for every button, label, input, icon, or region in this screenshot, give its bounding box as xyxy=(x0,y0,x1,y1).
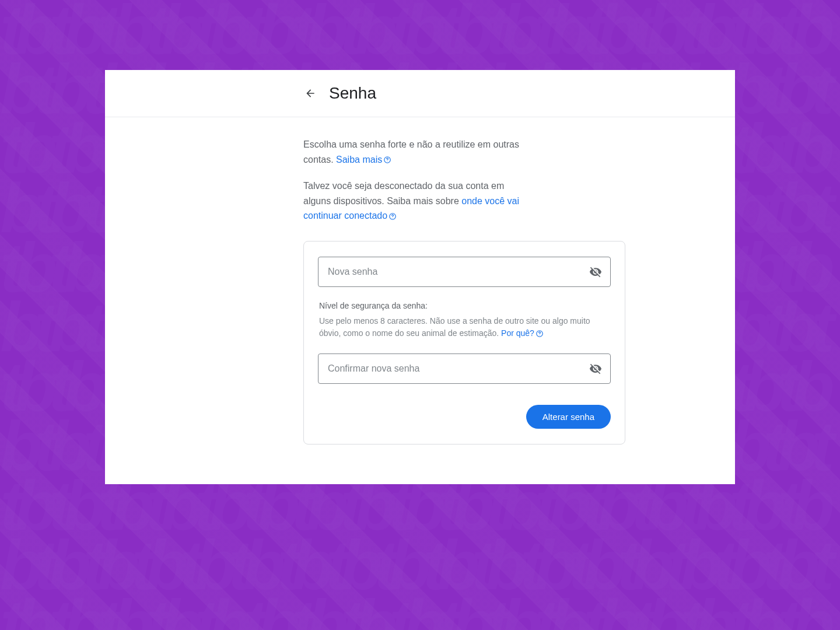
help-icon xyxy=(383,156,391,164)
arrow-left-icon xyxy=(304,88,316,99)
svg-point-1 xyxy=(387,162,388,162)
strength-title: Nível de segurança da senha: xyxy=(319,301,610,310)
strength-description: Use pelo menos 8 caracteres. Não use a s… xyxy=(319,315,610,340)
confirm-password-input[interactable] xyxy=(318,354,611,384)
password-settings-panel: Senha Escolha uma senha forte e não a re… xyxy=(105,70,735,484)
new-password-input[interactable] xyxy=(318,257,611,287)
content-area: Escolha uma senha forte e não a reutiliz… xyxy=(105,117,630,444)
description-line-2: Talvez você seja desconectado da sua con… xyxy=(303,178,519,223)
button-row: Alterar senha xyxy=(318,405,611,429)
toggle-confirm-password-visibility[interactable] xyxy=(589,362,603,376)
description-line-1: Escolha uma senha forte e não a reutiliz… xyxy=(303,137,519,167)
toggle-new-password-visibility[interactable] xyxy=(589,265,603,279)
new-password-wrapper xyxy=(318,257,611,287)
why-link[interactable]: Por quê? xyxy=(501,328,544,338)
confirm-password-wrapper xyxy=(318,354,611,384)
back-button[interactable] xyxy=(303,86,317,100)
help-icon xyxy=(536,330,544,338)
page-header: Senha xyxy=(105,70,735,117)
change-password-button[interactable]: Alterar senha xyxy=(526,405,611,429)
svg-point-5 xyxy=(539,335,540,336)
svg-point-3 xyxy=(393,218,393,219)
password-form-card: Nível de segurança da senha: Use pelo me… xyxy=(303,241,625,444)
help-icon xyxy=(388,212,397,220)
learn-more-link[interactable]: Saiba mais xyxy=(336,155,391,164)
page-title: Senha xyxy=(329,84,376,103)
eye-off-icon xyxy=(589,362,602,375)
eye-off-icon xyxy=(589,265,602,278)
password-strength-section: Nível de segurança da senha: Use pelo me… xyxy=(318,301,611,340)
